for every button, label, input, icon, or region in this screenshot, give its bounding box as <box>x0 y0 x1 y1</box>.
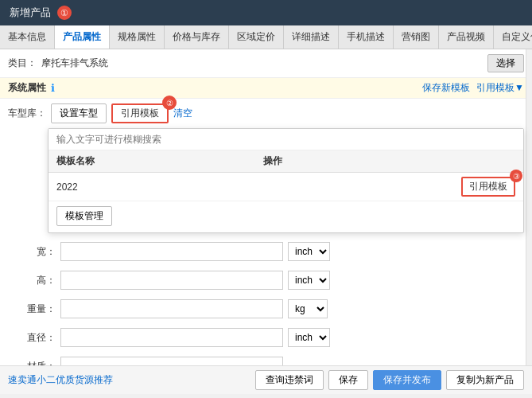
category-row: 类目： 摩托车排气系统 选择 <box>0 49 532 78</box>
sys-attr-bar: 系统属性 ℹ 保存新模板 引用模板▼ <box>0 78 532 99</box>
tab-marketing[interactable]: 营销图 <box>394 25 439 49</box>
form-row-height: 高： inch cm mm <box>0 267 532 294</box>
quote-template-button[interactable]: 引用模板 <box>111 103 169 123</box>
sys-attr-right: 保存新模板 引用模板▼ <box>422 81 524 95</box>
info-icon[interactable]: ℹ <box>51 82 55 94</box>
col-template-name: 模板名称 <box>49 150 255 173</box>
set-type-button[interactable]: 设置车型 <box>51 103 107 123</box>
category-value: 摩托车排气系统 <box>41 57 487 70</box>
category-label: 类目： <box>8 57 37 70</box>
copy-button[interactable]: 复制为新产品 <box>446 370 524 390</box>
tab-price-stock[interactable]: 价格与库存 <box>165 25 229 49</box>
col-action: 操作 <box>255 150 523 173</box>
form-row-width: 宽： inch cm mm <box>0 238 532 265</box>
sys-attr-left: 系统属性 ℹ <box>8 81 55 95</box>
form-row-weight: 重量： kg g lb <box>0 295 532 322</box>
weight-input[interactable] <box>60 299 283 318</box>
car-model-label: 车型库： <box>8 107 46 120</box>
tab-basic[interactable]: 基本信息 <box>0 25 55 49</box>
title-badge: ① <box>57 6 72 20</box>
title-bar: 新增产品 ① <box>0 0 532 25</box>
width-unit-select[interactable]: inch cm mm <box>288 242 330 261</box>
tab-mobile-desc[interactable]: 手机描述 <box>339 25 394 49</box>
dropdown-table: 模板名称 操作 2022 引用模板 ③ <box>49 150 523 201</box>
tab-spec-attr[interactable]: 规格属性 <box>110 25 165 49</box>
width-label: 宽： <box>24 245 56 259</box>
check-forbidden-button[interactable]: 查询违禁词 <box>255 370 324 390</box>
tab-bar: 基本信息 产品属性 规格属性 价格与库存 区域定价 详细描述 手机描述 营销图 … <box>0 25 532 49</box>
tab-region-price[interactable]: 区域定价 <box>229 25 284 49</box>
publish-button[interactable]: 保存并发布 <box>373 370 441 390</box>
scrollbar[interactable] <box>526 49 532 365</box>
tab-product-attr[interactable]: 产品属性 <box>55 25 110 49</box>
height-unit-select[interactable]: inch cm mm <box>288 271 330 290</box>
clear-link[interactable]: 清空 <box>173 107 192 120</box>
ref-template-button[interactable]: 引用模板 <box>461 177 515 197</box>
quote-template-link[interactable]: 引用模板▼ <box>476 81 524 95</box>
width-input[interactable] <box>60 242 283 261</box>
template-name-cell: 2022 <box>49 173 255 201</box>
weight-unit-select[interactable]: kg g lb <box>288 299 328 318</box>
badge2: ② <box>162 96 177 110</box>
save-button[interactable]: 保存 <box>328 370 368 390</box>
select-category-button[interactable]: 选择 <box>487 54 524 72</box>
car-model-row: 车型库： 设置车型 引用模板 ② 清空 <box>0 99 532 128</box>
height-label: 高： <box>24 274 56 287</box>
action-cell: 引用模板 ③ <box>255 173 523 201</box>
main-content: 类目： 摩托车排气系统 选择 系统属性 ℹ 保存新模板 引用模板▼ 车型库： 设… <box>0 49 532 394</box>
tab-custom-info[interactable]: 自定义信息 <box>494 25 532 49</box>
weight-label: 重量： <box>24 302 56 316</box>
diameter-input[interactable] <box>60 328 283 347</box>
tab-detail-desc[interactable]: 详细描述 <box>284 25 339 49</box>
manage-template-button[interactable]: 模板管理 <box>56 206 112 226</box>
badge3: ③ <box>510 170 522 182</box>
table-row: 2022 引用模板 ③ <box>49 173 523 201</box>
height-input[interactable] <box>60 271 283 290</box>
dropdown-panel: 模板名称 操作 2022 引用模板 ③ 模板管理 <box>48 128 524 233</box>
sys-attr-label: 系统属性 <box>8 81 46 95</box>
quality-source-link[interactable]: 速卖通小二优质货源推荐 <box>8 373 250 387</box>
tab-video[interactable]: 产品视频 <box>439 25 494 49</box>
search-input[interactable] <box>49 129 523 150</box>
form-row-diameter: 直径： inch cm mm <box>0 324 532 351</box>
diameter-label: 直径： <box>24 331 56 345</box>
save-template-link[interactable]: 保存新模板 <box>422 81 470 95</box>
diameter-unit-select[interactable]: inch cm mm <box>288 328 330 347</box>
bottom-bar: 速卖通小二优质货源推荐 查询违禁词 保存 保存并发布 复制为新产品 <box>0 365 532 394</box>
title-text: 新增产品 <box>10 6 51 20</box>
